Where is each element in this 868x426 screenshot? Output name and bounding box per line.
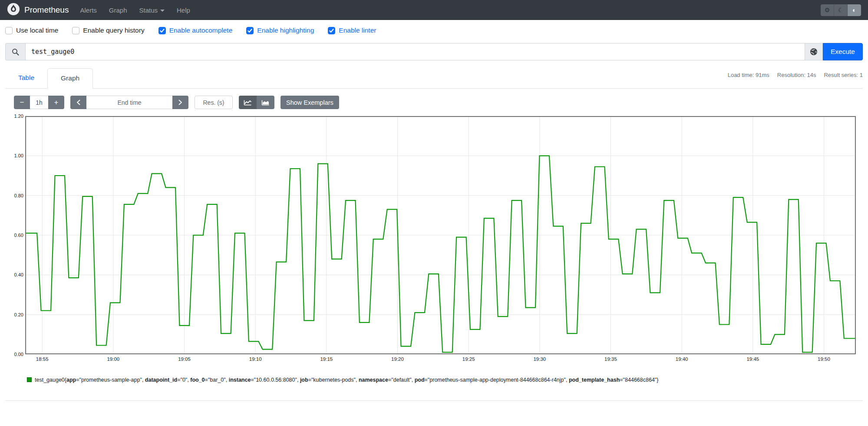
- chevron-right-icon: [178, 100, 182, 105]
- brand-title: Prometheus: [24, 5, 69, 15]
- checkbox-box: [246, 27, 254, 34]
- graph-panel: − + Show Exemplars 0.000.200.400.600: [5, 89, 863, 401]
- legend-label-name: pod: [415, 377, 425, 383]
- x-tick-label: 19:40: [676, 356, 688, 362]
- y-axis: 0.000.200.400.600.801.001.20: [12, 116, 25, 354]
- x-tick-label: 19:30: [533, 356, 546, 362]
- y-tick-label: 1.00: [14, 153, 23, 158]
- legend-label-name: app: [66, 377, 76, 383]
- legend-label-name: foo_0: [190, 377, 205, 383]
- x-tick-label: 19:00: [107, 356, 119, 362]
- x-axis: 18:5519:0019:0519:1019:1519:2019:2519:30…: [25, 354, 856, 366]
- prometheus-brand[interactable]: Prometheus: [7, 3, 69, 17]
- nav-item-status[interactable]: Status: [139, 7, 165, 14]
- range-input[interactable]: [30, 96, 48, 109]
- prometheus-logo-icon: [7, 3, 20, 17]
- chevron-left-icon: [76, 100, 80, 105]
- query-stats: Load time: 91ms Resolution: 14s Result s…: [728, 68, 863, 88]
- x-tick-label: 19:15: [320, 356, 333, 362]
- x-tick-label: 19:45: [746, 356, 759, 362]
- moon-icon[interactable]: ☾: [834, 4, 848, 16]
- resolution-input[interactable]: [195, 96, 233, 109]
- back-time-button[interactable]: [70, 96, 86, 109]
- line-chart-icon[interactable]: [239, 96, 257, 109]
- result-tabs: Table Graph Load time: 91ms Resolution: …: [5, 68, 863, 89]
- nav-item-graph[interactable]: Graph: [109, 7, 127, 14]
- query-bar: Execute: [5, 43, 863, 60]
- nav-item-alerts[interactable]: Alerts: [80, 7, 96, 14]
- nav-links: Alerts Graph Status Help: [80, 7, 190, 14]
- y-tick-label: 0.20: [14, 312, 23, 317]
- checkbox-use-local-time[interactable]: Use local time: [5, 27, 58, 34]
- checkbox-query-history[interactable]: Enable query history: [72, 27, 144, 34]
- y-tick-label: 0.40: [14, 272, 23, 277]
- metrics-explorer-button[interactable]: [805, 43, 823, 60]
- nav-item-help[interactable]: Help: [177, 7, 190, 14]
- checkbox-box: [158, 27, 166, 34]
- resolution-stat: Resolution: 14s: [777, 72, 816, 88]
- x-tick-label: 19:50: [818, 356, 830, 362]
- chart-type-toggle: [239, 96, 274, 109]
- y-tick-label: 0.80: [14, 193, 23, 198]
- forward-time-button[interactable]: [172, 96, 188, 109]
- result-series-stat: Result series: 1: [824, 72, 863, 88]
- checkbox-autocomplete[interactable]: Enable autocomplete: [158, 27, 233, 34]
- search-icon: [5, 43, 25, 60]
- theme-toggle-group: ⚙ ☾ ◐: [821, 4, 861, 16]
- x-tick-label: 19:10: [249, 356, 262, 362]
- checkbox-box: [72, 27, 79, 34]
- checkbox-highlighting[interactable]: Enable highlighting: [246, 27, 314, 34]
- y-tick-label: 0.00: [14, 352, 23, 357]
- show-exemplars-button[interactable]: Show Exemplars: [281, 96, 339, 109]
- checkbox-label[interactable]: Enable autocomplete: [169, 27, 233, 34]
- load-time-stat: Load time: 91ms: [728, 72, 769, 88]
- checkbox-label[interactable]: Enable query history: [83, 27, 144, 34]
- end-time-input[interactable]: [86, 96, 172, 109]
- legend-label-name: instance: [229, 377, 251, 383]
- legend-metric-name: test_gauge0: [35, 377, 65, 383]
- chevron-down-icon: [160, 10, 165, 12]
- legend-label-name: datapoint_id: [145, 377, 177, 383]
- tab-graph[interactable]: Graph: [47, 68, 93, 89]
- x-tick-label: 19:25: [462, 356, 475, 362]
- legend-text: test_gauge0{app="prometheus-sample-app",…: [35, 376, 658, 384]
- tab-table[interactable]: Table: [5, 68, 47, 88]
- options-row: Use local time Enable query history Enab…: [0, 20, 868, 39]
- y-tick-label: 1.20: [14, 113, 23, 119]
- legend-label-name: namespace: [359, 377, 388, 383]
- legend-label-name: job: [300, 377, 308, 383]
- checkbox-box: [5, 27, 13, 34]
- navbar: Prometheus Alerts Graph Status Help ⚙ ☾ …: [0, 0, 868, 20]
- checkbox-label[interactable]: Enable linter: [339, 27, 376, 34]
- increase-range-button[interactable]: +: [48, 96, 64, 109]
- series-line: [25, 156, 856, 352]
- graph-controls: − + Show Exemplars: [14, 96, 856, 109]
- x-tick-label: 19:05: [178, 356, 191, 362]
- plot-area[interactable]: [25, 116, 856, 354]
- x-tick-label: 18:55: [36, 356, 49, 362]
- decrease-range-button[interactable]: −: [14, 96, 30, 109]
- checkbox-label[interactable]: Enable highlighting: [257, 27, 314, 34]
- checkbox-label[interactable]: Use local time: [16, 27, 58, 34]
- query-expression-input[interactable]: [25, 43, 805, 60]
- series-swatch: [27, 377, 32, 382]
- x-tick-label: 19:20: [391, 356, 404, 362]
- y-tick-label: 0.60: [14, 233, 23, 238]
- range-group: − +: [14, 96, 64, 109]
- gear-icon[interactable]: ⚙: [821, 4, 834, 16]
- stacked-chart-icon[interactable]: [257, 96, 274, 109]
- x-tick-label: 19:35: [604, 356, 617, 362]
- auto-contrast-icon[interactable]: ◐: [848, 4, 861, 16]
- checkbox-linter[interactable]: Enable linter: [328, 27, 376, 34]
- execute-button[interactable]: Execute: [823, 43, 863, 60]
- legend-label-name: pod_template_hash: [569, 377, 620, 383]
- endtime-group: [70, 96, 188, 109]
- globe-icon: [810, 48, 818, 56]
- series-legend[interactable]: test_gauge0{app="prometheus-sample-app",…: [27, 376, 856, 384]
- chart: 0.000.200.400.600.801.001.20 18:5519:001…: [12, 116, 856, 366]
- checkbox-box: [328, 27, 335, 34]
